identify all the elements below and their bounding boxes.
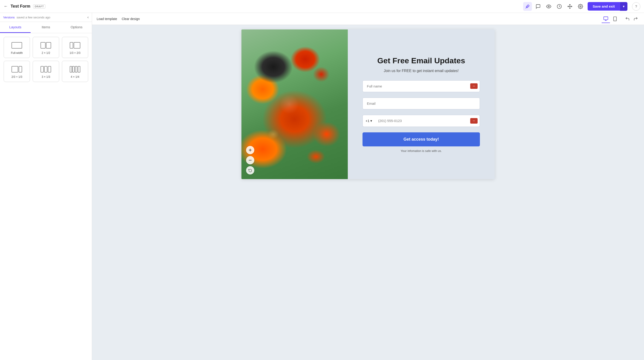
redo-button[interactable] xyxy=(632,15,640,22)
canvas-scroll[interactable]: Get Free Email Updates Join us for FREE … xyxy=(92,25,644,360)
svg-rect-12 xyxy=(41,66,44,72)
undo-redo-group xyxy=(624,15,640,22)
svg-rect-17 xyxy=(75,66,77,72)
svg-rect-18 xyxy=(78,66,80,72)
help-icon: ? xyxy=(635,4,637,8)
magic-wand-button[interactable] xyxy=(523,2,532,11)
preview-button[interactable] xyxy=(544,2,553,11)
phone-field-wrapper: +1 ▾ ··· xyxy=(362,115,480,127)
form-right: Get Free Email Updates Join us for FREE … xyxy=(348,30,494,179)
form-left-image xyxy=(242,30,348,179)
collapse-panel-button[interactable]: ‹ xyxy=(88,15,88,19)
phone-options-button[interactable]: ··· xyxy=(470,118,478,124)
left-panel: Versions saved a few seconds ago ‹ Layou… xyxy=(0,13,92,360)
layout-3x1-3[interactable]: 3 × 1/3 xyxy=(33,61,59,82)
draft-badge: DRAFT xyxy=(33,4,46,8)
save-exit-group: Save and exit ▾ xyxy=(588,2,628,11)
svg-rect-13 xyxy=(44,66,47,72)
svg-line-0 xyxy=(527,6,528,7)
load-template-button[interactable]: Load template xyxy=(97,17,117,21)
app-title: Test Form xyxy=(10,4,30,9)
versions-text: saved a few seconds ago xyxy=(16,16,50,19)
submit-button[interactable]: Get access today! xyxy=(362,132,480,146)
versions-link[interactable]: Versions xyxy=(3,16,15,19)
privacy-text: Your infomation is safe with us. xyxy=(401,149,442,152)
header-icons xyxy=(523,2,585,11)
chat-button[interactable] xyxy=(534,2,542,11)
layout-4x1-4[interactable]: 4 × 1/4 xyxy=(62,61,88,82)
layout-2-3-1-3-label: 2/3 + 1/3 xyxy=(12,75,22,78)
save-exit-dropdown-button[interactable]: ▾ xyxy=(620,2,628,11)
top-header: ← Test Form DRAFT xyxy=(0,0,644,13)
svg-rect-10 xyxy=(12,66,18,72)
gear-button[interactable] xyxy=(576,2,585,11)
main-layout: Versions saved a few seconds ago ‹ Layou… xyxy=(0,13,644,360)
chevron-down-icon: ▾ xyxy=(623,4,625,8)
tab-items[interactable]: Items xyxy=(30,22,61,33)
layouts-grid: Full-width 2 × 1/2 xyxy=(0,33,92,86)
svg-rect-5 xyxy=(12,42,22,48)
email-input[interactable] xyxy=(362,98,480,109)
svg-rect-6 xyxy=(41,42,45,48)
layout-1-3-2-3[interactable]: 1/3 + 2/3 xyxy=(62,37,88,58)
canvas-area: Load template Clear design xyxy=(92,13,644,360)
back-icon: ← xyxy=(4,4,8,9)
layout-4x1-4-label: 4 × 1/4 xyxy=(71,75,79,78)
move-button[interactable] xyxy=(566,2,574,11)
layout-2x1-2[interactable]: 2 × 1/2 xyxy=(33,37,59,58)
layout-3x1-3-label: 3 × 1/3 xyxy=(42,75,50,78)
full-name-input[interactable] xyxy=(362,80,480,92)
remove-row-button[interactable] xyxy=(246,156,254,164)
layout-2x1-2-label: 2 × 1/2 xyxy=(42,51,50,54)
svg-rect-11 xyxy=(19,66,22,72)
add-row-buttons xyxy=(246,146,254,174)
collapse-icon: ‹ xyxy=(88,15,88,19)
svg-rect-14 xyxy=(48,66,51,72)
add-row-button[interactable] xyxy=(246,146,254,154)
form-preview: Get Free Email Updates Join us for FREE … xyxy=(242,30,494,179)
svg-line-1 xyxy=(526,7,527,8)
layout-full-width[interactable]: Full-width xyxy=(4,37,30,58)
svg-rect-9 xyxy=(74,42,80,48)
full-name-options-button[interactable]: ··· xyxy=(470,83,478,89)
help-button[interactable]: ? xyxy=(632,2,640,10)
mobile-view-button[interactable] xyxy=(611,15,619,23)
history-button[interactable] xyxy=(555,2,564,11)
canvas-toolbar: Load template Clear design xyxy=(92,13,644,25)
tab-options[interactable]: Options xyxy=(61,22,92,33)
svg-rect-16 xyxy=(72,66,74,72)
undo-button[interactable] xyxy=(624,15,631,22)
form-heading: Get Free Email Updates xyxy=(377,56,465,65)
back-button[interactable]: ← xyxy=(4,4,8,9)
clear-design-button[interactable]: Clear design xyxy=(122,17,140,21)
layout-2-3-1-3[interactable]: 2/3 + 1/3 xyxy=(4,61,30,82)
layout-full-width-label: Full-width xyxy=(11,51,22,54)
layout-1-3-2-3-label: 1/3 + 2/3 xyxy=(70,51,80,54)
tab-layouts[interactable]: Layouts xyxy=(0,22,30,33)
save-exit-button[interactable]: Save and exit xyxy=(588,2,620,10)
email-field-wrapper xyxy=(362,98,480,109)
view-icons xyxy=(602,15,619,23)
svg-rect-19 xyxy=(604,16,608,20)
svg-rect-15 xyxy=(70,66,72,72)
svg-point-4 xyxy=(580,6,581,7)
phone-prefix[interactable]: +1 ▾ xyxy=(362,115,375,127)
phone-input[interactable] xyxy=(375,115,480,127)
left-panel-header: Versions saved a few seconds ago ‹ xyxy=(0,13,92,22)
fruit-overlay xyxy=(242,30,348,179)
desktop-view-button[interactable] xyxy=(602,15,610,23)
rotate-button[interactable] xyxy=(246,166,254,174)
svg-rect-8 xyxy=(70,42,73,48)
svg-rect-7 xyxy=(46,42,51,48)
svg-point-2 xyxy=(548,6,550,7)
form-subtext: Join us for FREE to get instant email up… xyxy=(384,69,459,73)
full-name-field-wrapper: ··· xyxy=(362,80,480,92)
left-panel-tabs: Layouts Items Options xyxy=(0,22,92,33)
